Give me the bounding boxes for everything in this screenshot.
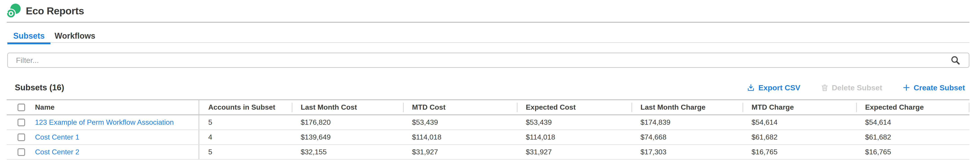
section-title: Subsets (16) (15, 83, 64, 92)
last-month-charge-cell: $74,668 (632, 130, 743, 144)
column-header-expected-cost[interactable]: Expected Cost (517, 100, 632, 114)
subset-name-cell: Cost Center 2 (33, 145, 199, 159)
table-row: 123 Example of Perm Workflow Association… (7, 115, 969, 130)
last-month-charge-cell: $174,839 (632, 115, 743, 130)
table-header-row: Name Accounts in Subset Last Month Cost … (7, 99, 969, 115)
export-csv-button[interactable]: Export CSV (747, 83, 800, 92)
section-header: Subsets (16) Export CSV Delete Subset (0, 80, 980, 95)
column-header-accounts[interactable]: Accounts in Subset (199, 100, 292, 114)
accounts-cell: 5 (199, 115, 292, 130)
expected-cost-cell: $53,439 (517, 115, 632, 130)
action-buttons: Export CSV Delete Subset Create Subset (747, 83, 965, 92)
table-row: Cost Center 2 5 $32,155 $31,927 $31,927 … (7, 145, 969, 160)
last-month-charge-cell: $17,303 (632, 145, 743, 159)
tab-workflows-label: Workflows (54, 31, 95, 41)
filter-input[interactable] (7, 53, 969, 68)
row-checkbox[interactable] (18, 119, 25, 126)
column-header-expected-charge[interactable]: Expected Charge (856, 100, 969, 114)
last-month-cost-cell: $139,649 (292, 130, 403, 144)
column-header-mtd-cost[interactable]: MTD Cost (403, 100, 517, 114)
tab-subsets[interactable]: Subsets (7, 29, 51, 43)
app-title: Eco Reports (26, 5, 84, 17)
table-row: Cost Center 1 4 $139,649 $114,018 $114,0… (7, 130, 969, 145)
download-icon (747, 83, 755, 92)
last-month-cost-cell: $32,155 (292, 145, 403, 159)
delete-subset-label: Delete Subset (832, 83, 882, 92)
plus-icon (902, 83, 910, 91)
tab-bar: Subsets Workflows (7, 29, 969, 43)
mtd-cost-cell: $114,018 (403, 130, 517, 144)
column-header-last-month-charge[interactable]: Last Month Charge (632, 100, 743, 114)
expected-cost-cell: $31,927 (517, 145, 632, 159)
last-month-cost-cell: $176,820 (292, 115, 403, 130)
mtd-charge-cell: $16,765 (743, 145, 856, 159)
tab-workflows[interactable]: Workflows (53, 29, 97, 43)
subset-name-link[interactable]: Cost Center 2 (35, 148, 79, 156)
column-header-last-month-cost[interactable]: Last Month Cost (292, 100, 403, 114)
column-header-name[interactable]: Name (33, 100, 199, 114)
select-all-checkbox[interactable] (18, 104, 25, 111)
accounts-cell: 4 (199, 130, 292, 144)
mtd-charge-cell: $61,682 (743, 130, 856, 144)
subset-name-cell: Cost Center 1 (33, 130, 199, 144)
mtd-cost-cell: $53,439 (403, 115, 517, 130)
expected-charge-cell: $61,682 (856, 130, 969, 144)
create-subset-label: Create Subset (913, 83, 965, 92)
subsets-table: Name Accounts in Subset Last Month Cost … (7, 99, 969, 160)
subset-name-link[interactable]: Cost Center 1 (35, 133, 79, 141)
row-checkbox-cell (7, 115, 33, 130)
tab-subsets-label: Subsets (13, 31, 45, 41)
subset-name-cell: 123 Example of Perm Workflow Association (33, 115, 199, 130)
expected-cost-cell: $114,018 (517, 130, 632, 144)
mtd-charge-cell: $54,614 (743, 115, 856, 130)
filter-bar (7, 53, 969, 68)
expected-charge-cell: $54,614 (856, 115, 969, 130)
row-checkbox[interactable] (18, 148, 25, 156)
mtd-cost-cell: $31,927 (403, 145, 517, 159)
accounts-cell: 5 (199, 145, 292, 159)
row-checkbox-cell (7, 130, 33, 144)
search-icon[interactable] (950, 55, 961, 66)
create-subset-button[interactable]: Create Subset (902, 83, 965, 92)
app-header: Eco Reports (0, 0, 980, 22)
subset-name-link[interactable]: 123 Example of Perm Workflow Association (35, 118, 174, 127)
eco-swirl-icon (6, 3, 21, 18)
delete-subset-button[interactable]: Delete Subset (821, 83, 882, 92)
trash-icon (821, 83, 829, 92)
header-divider (7, 22, 969, 23)
export-csv-label: Export CSV (758, 83, 800, 92)
expected-charge-cell: $16,765 (856, 145, 969, 159)
eco-reports-page: Eco Reports Subsets Workflows Subsets (1… (0, 0, 980, 162)
row-checkbox[interactable] (18, 133, 25, 141)
column-header-mtd-charge[interactable]: MTD Charge (743, 100, 856, 114)
select-all-cell (7, 100, 33, 114)
row-checkbox-cell (7, 145, 33, 159)
